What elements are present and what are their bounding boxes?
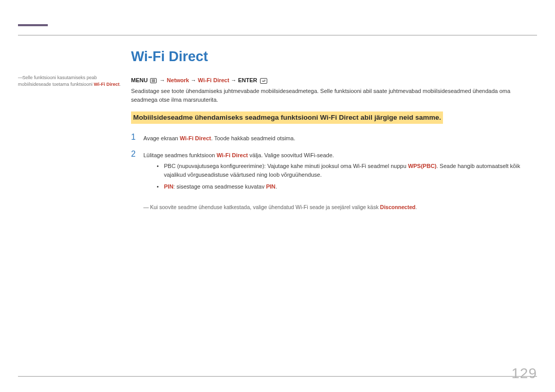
bullet-1-body: PBC (nupuvajutusega konfigureerimine): V… bbox=[164, 162, 537, 179]
sidebar-note-text-pre: Selle funktsiooni kasutamiseks peab mobi… bbox=[18, 75, 97, 87]
footnote-post: . bbox=[415, 204, 417, 210]
sidebar-note-highlight: Wi-Fi Direct bbox=[94, 82, 120, 87]
bullet-list: • PBC (nupuvajutusega konfigureerimine):… bbox=[157, 162, 537, 191]
step-2-post: välja. Valige soovitud WiFi-seade. bbox=[248, 152, 334, 158]
bullet-dot-1: • bbox=[157, 162, 164, 179]
menu-sep-1: → bbox=[160, 77, 167, 83]
bullet-dot-2: • bbox=[157, 182, 164, 191]
accent-bar bbox=[18, 24, 48, 26]
step-1-pre: Avage ekraan bbox=[143, 135, 180, 141]
bullet-2-pre-hl: PIN bbox=[164, 183, 173, 190]
step-1-number: 1 bbox=[131, 133, 143, 143]
callout-heading: Mobiilsideseadme ühendamiseks seadmega f… bbox=[131, 111, 443, 124]
menu-network: Network bbox=[167, 77, 189, 83]
step-2-number: 2 bbox=[131, 150, 143, 196]
menu-icon bbox=[150, 78, 157, 83]
menu-sep-3: → bbox=[231, 77, 238, 83]
footnote-dash: ― bbox=[143, 203, 149, 212]
sidebar-note: ― Selle funktsiooni kasutamiseks peab mo… bbox=[18, 49, 131, 212]
bullet-2-mid: : sisestage oma seadmesse kuvatav bbox=[173, 183, 266, 190]
enter-label: ENTER bbox=[238, 77, 257, 83]
menu-path: MENU → Network → Wi-Fi Direct → ENTER bbox=[131, 77, 537, 84]
dash-leader: ― bbox=[18, 74, 21, 81]
content-area: ― Selle funktsiooni kasutamiseks peab mo… bbox=[18, 49, 537, 212]
step-1: 1 Avage ekraan Wi-Fi Direct. Toode hakka… bbox=[131, 133, 537, 143]
svg-rect-4 bbox=[260, 78, 267, 83]
step-2-pre: Lülitage seadmes funktsioon bbox=[143, 152, 216, 158]
step-2: 2 Lülitage seadmes funktsioon Wi-Fi Dire… bbox=[131, 150, 537, 196]
description-text: Seadistage see toote ühendamiseks juhtme… bbox=[131, 87, 537, 104]
bullet-2: • PIN: sisestage oma seadmesse kuvatav P… bbox=[157, 182, 537, 191]
bullet-2-end-hl: PIN bbox=[266, 183, 275, 190]
page-title: Wi-Fi Direct bbox=[131, 49, 537, 65]
bullet-1-pre: PBC (nupuvajutusega konfigureerimine): V… bbox=[164, 163, 408, 169]
page-number: 129 bbox=[511, 365, 537, 382]
step-2-hl: Wi-Fi Direct bbox=[216, 152, 248, 158]
main-column: Wi-Fi Direct MENU → Network → Wi-Fi Dire… bbox=[131, 49, 537, 212]
enter-icon bbox=[260, 78, 267, 84]
rule-top bbox=[18, 35, 537, 35]
step-1-post: . Toode hakkab seadmeid otsima. bbox=[211, 135, 295, 141]
bullet-2-body: PIN: sisestage oma seadmesse kuvatav PIN… bbox=[164, 182, 277, 191]
bullet-1-hl: WPS(PBC) bbox=[408, 163, 437, 169]
menu-wifi-direct: Wi-Fi Direct bbox=[198, 77, 229, 83]
bullet-1: • PBC (nupuvajutusega konfigureerimine):… bbox=[157, 162, 537, 179]
footnote-hl: Disconnected bbox=[380, 204, 416, 210]
page-root: 129 ― Selle funktsiooni kasutamiseks pea… bbox=[0, 0, 555, 392]
footnote: ― Kui soovite seadme ühenduse katkestada… bbox=[143, 203, 537, 212]
step-2-body: Lülitage seadmes funktsioon Wi-Fi Direct… bbox=[143, 150, 537, 196]
rule-bottom bbox=[18, 376, 537, 377]
menu-sep-2: → bbox=[191, 77, 198, 83]
menu-label: MENU bbox=[131, 77, 147, 83]
step-1-hl: Wi-Fi Direct bbox=[180, 135, 211, 141]
step-1-body: Avage ekraan Wi-Fi Direct. Toode hakkab … bbox=[143, 133, 537, 143]
footnote-pre: Kui soovite seadme ühenduse katkestada, … bbox=[150, 204, 380, 210]
bullet-2-post: . bbox=[275, 183, 277, 190]
sidebar-note-text-post: . bbox=[120, 82, 121, 87]
